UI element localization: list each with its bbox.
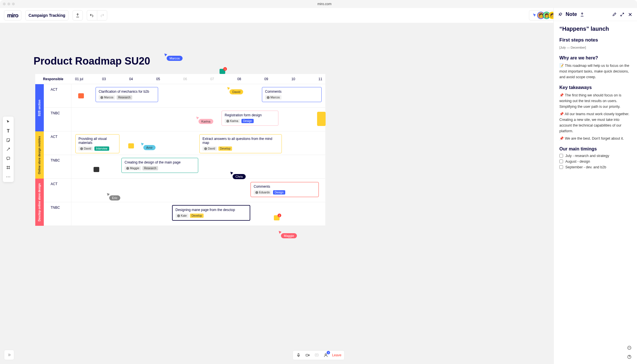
task-card[interactable]: [317, 112, 326, 126]
floating-help: [626, 345, 632, 360]
cursor-mode-icon[interactable]: [532, 13, 537, 18]
note-panel: Note “Happens” launch First steps notes …: [553, 8, 637, 364]
svg-rect-4: [298, 353, 299, 356]
undo-icon: [90, 13, 94, 18]
frame-tool[interactable]: [3, 163, 14, 172]
screen-icon: [315, 353, 319, 357]
frame-icon: [6, 165, 11, 170]
task-card[interactable]: Registration form design KarinaDesign: [222, 111, 278, 126]
more-tools[interactable]: ⋯: [3, 172, 14, 181]
call-controls: 4 Leave: [293, 350, 345, 360]
left-toolbar: T ⋯: [3, 117, 14, 182]
comment-icon: [6, 156, 11, 161]
grid-header: Responsible 01 jul 03 04 05 06 07 08 09 …: [35, 74, 325, 84]
task-card[interactable]: Clarification of mechanics for b2b Marco…: [96, 87, 158, 102]
roadmap-grid[interactable]: Responsible 01 jul 03 04 05 06 07 08 09 …: [35, 74, 325, 226]
comment-tool[interactable]: [3, 154, 14, 163]
comment-marker[interactable]: 2: [274, 215, 280, 220]
undo-button[interactable]: [87, 10, 97, 20]
note-heading: “Happens” launch: [559, 26, 631, 32]
upload-icon: [75, 13, 80, 18]
cursor-maggie: Maggie: [281, 233, 297, 238]
cursor-eric: Eric: [109, 195, 120, 200]
browser-chrome: miro.com: [0, 0, 637, 8]
expand-bottom-button[interactable]: [4, 350, 14, 360]
leave-button[interactable]: Leave: [332, 353, 342, 357]
task-card[interactable]: Comments EduardoDesign: [251, 182, 319, 197]
chat-icon[interactable]: [626, 345, 632, 351]
text-tool[interactable]: T: [3, 127, 14, 135]
url-display: miro.com: [15, 2, 634, 6]
comment-marker[interactable]: [94, 167, 99, 172]
cursor-david: David: [229, 89, 243, 94]
arrow-icon: [6, 147, 11, 152]
topbar: miro Campaign Tracking 🧑 👩 🧑 +3: [0, 8, 637, 23]
task-card[interactable]: Comments Marcos: [262, 87, 322, 102]
redo-icon: [100, 13, 104, 18]
help-float-icon[interactable]: [626, 354, 632, 360]
task-card[interactable]: Creating the design of the main page Mag…: [121, 158, 198, 173]
miro-logo[interactable]: miro: [7, 12, 18, 19]
mic-button[interactable]: [296, 352, 301, 358]
mic-icon: [296, 353, 301, 357]
pointer-icon: [6, 120, 11, 124]
board-title[interactable]: Product Roadmap SU20: [34, 55, 150, 67]
camera-button[interactable]: [305, 352, 311, 358]
task-card[interactable]: Providing all visual materials DavidInte…: [75, 134, 119, 153]
canvas[interactable]: Product Roadmap SU20 Responsible 01 jul …: [0, 23, 637, 364]
select-tool[interactable]: [3, 118, 14, 126]
cursor-karina: Karina: [198, 119, 213, 124]
screenshare-button[interactable]: [314, 352, 320, 358]
check-august[interactable]: [559, 160, 563, 163]
check-july[interactable]: [559, 154, 563, 158]
section-b2b: B2B section: [35, 84, 44, 131]
sticky-icon: [6, 138, 11, 142]
note-body[interactable]: “Happens” launch First steps notes [July…: [554, 21, 637, 175]
section-desktop: Desctop online store design: [35, 179, 44, 226]
task-card[interactable]: Designing mane page from the desctop Kat…: [172, 205, 250, 221]
export-button[interactable]: [73, 10, 83, 20]
close-icon[interactable]: [628, 12, 632, 17]
check-september[interactable]: [559, 165, 563, 169]
cursor-marcos: Marcos: [167, 56, 183, 61]
comment-marker[interactable]: 1: [220, 69, 225, 74]
svg-rect-3: [7, 157, 10, 159]
sticky-tool[interactable]: [3, 136, 14, 144]
cursor-chris: Chris: [233, 174, 246, 179]
comment-marker[interactable]: [78, 93, 84, 98]
pin-icon[interactable]: [558, 12, 563, 17]
note-upload-icon[interactable]: [580, 12, 584, 17]
pen-icon[interactable]: [612, 12, 617, 17]
cursor-amir: Amir: [143, 145, 156, 150]
line-tool[interactable]: [3, 145, 14, 154]
board-name[interactable]: Campaign Tracking: [28, 13, 65, 18]
chevrons-right-icon: [7, 353, 11, 357]
participants-button[interactable]: 4: [323, 352, 329, 358]
expand-icon[interactable]: [620, 12, 624, 17]
task-card[interactable]: Extract answers to all questions from th…: [199, 134, 282, 153]
camera-icon: [305, 353, 310, 357]
section-mobile: Online store design mobiles: [35, 131, 44, 179]
timing-checklist: July - research and strategy August - de…: [559, 154, 631, 169]
traffic-lights: [3, 3, 15, 5]
redo-button[interactable]: [97, 10, 107, 20]
comment-marker[interactable]: [128, 143, 134, 148]
svg-point-7: [325, 354, 326, 355]
